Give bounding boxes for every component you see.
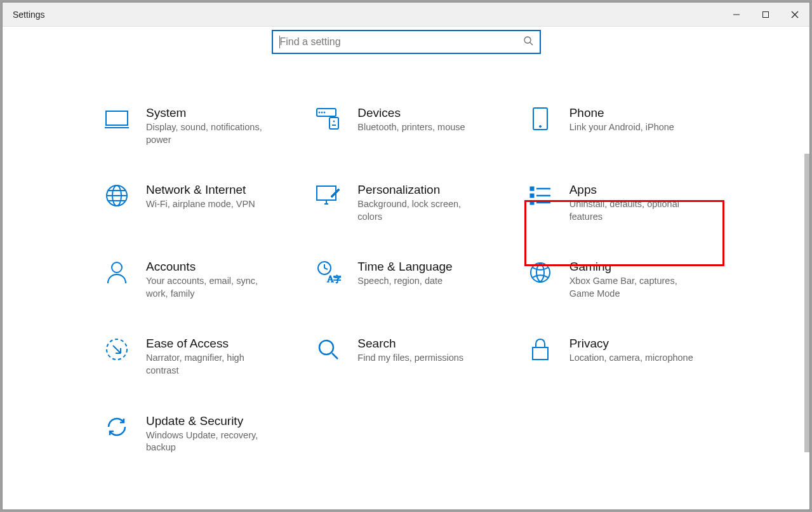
update-security-icon [104, 414, 130, 440]
time-language-icon: A字 [316, 260, 341, 285]
tile-title: Personalization [357, 183, 484, 197]
tile-system[interactable]: System Display, sound, notifications, po… [104, 106, 303, 146]
network-icon [104, 183, 130, 208]
devices-icon [316, 106, 341, 131]
tile-personalization[interactable]: Personalization Background, lock screen,… [316, 183, 514, 223]
tile-title: System [146, 106, 273, 120]
tile-title: Accounts [146, 260, 273, 274]
tile-ease-of-access[interactable]: Ease of Access Narrator, magnifier, high… [104, 337, 303, 377]
svg-text:字: 字 [333, 274, 341, 284]
svg-point-9 [319, 112, 320, 113]
tile-desc: Link your Android, iPhone [569, 121, 674, 134]
tile-gaming[interactable]: Gaming Xbox Game Bar, captures, Game Mod… [528, 260, 726, 300]
tile-time-language[interactable]: A字 Time & Language Speech, region, date [316, 260, 514, 300]
tile-desc: Narrator, magnifier, high contrast [146, 352, 273, 377]
tile-desc: Uninstall, defaults, optional features [569, 198, 696, 223]
ease-of-access-icon [104, 337, 130, 362]
tile-desc: Wi-Fi, airplane mode, VPN [146, 198, 255, 211]
tile-title: Gaming [569, 260, 696, 274]
svg-rect-29 [530, 201, 534, 205]
tile-accounts[interactable]: Accounts Your accounts, email, sync, wor… [104, 260, 303, 300]
tile-desc: Speech, region, date [357, 275, 452, 288]
minimize-button[interactable] [722, 3, 751, 26]
svg-point-37 [531, 263, 550, 282]
tile-title: Privacy [569, 337, 693, 351]
svg-rect-27 [530, 194, 534, 198]
tile-title: Devices [357, 106, 465, 120]
tile-desc: Your accounts, email, sync, work, family [146, 275, 273, 300]
svg-point-4 [524, 37, 531, 43]
content-area: Find a setting System Display, sound, no… [3, 27, 809, 509]
tile-search[interactable]: Search Find my files, permissions [316, 337, 514, 377]
tile-title: Time & Language [357, 260, 452, 274]
vertical-scrollbar[interactable] [804, 154, 809, 452]
search-icon [523, 36, 533, 48]
svg-line-34 [324, 268, 328, 269]
svg-rect-1 [763, 11, 769, 17]
search-input[interactable]: Find a setting [272, 30, 541, 54]
settings-window: Settings Find a setting [2, 2, 810, 510]
tile-desc: Windows Update, recovery, backup [146, 429, 273, 454]
phone-icon [528, 106, 553, 131]
svg-rect-22 [317, 186, 336, 200]
gaming-icon [528, 260, 553, 285]
svg-rect-25 [530, 187, 534, 191]
tile-desc: Find my files, permissions [357, 352, 463, 365]
tile-title: Phone [569, 106, 674, 120]
tile-desc: Bluetooth, printers, mouse [357, 121, 465, 134]
tile-update-security[interactable]: Update & Security Windows Update, recove… [104, 414, 306, 454]
tile-desc: Background, lock screen, colors [357, 198, 484, 223]
tile-network[interactable]: Network & Internet Wi-Fi, airplane mode,… [104, 183, 303, 223]
tile-title: Apps [569, 183, 696, 197]
tile-privacy[interactable]: Privacy Location, camera, microphone [528, 337, 726, 377]
svg-point-13 [333, 121, 335, 122]
privacy-icon [528, 337, 553, 362]
tile-desc: Location, camera, microphone [569, 352, 693, 365]
svg-rect-6 [106, 111, 128, 125]
svg-point-10 [321, 112, 323, 113]
system-icon [104, 106, 130, 131]
tile-title: Update & Security [146, 414, 273, 428]
tile-title: Search [357, 337, 463, 351]
tile-desc: Xbox Game Bar, captures, Game Mode [569, 275, 696, 300]
svg-rect-41 [533, 347, 548, 360]
svg-point-31 [112, 262, 122, 273]
close-button[interactable] [780, 3, 809, 26]
tile-title: Ease of Access [146, 337, 273, 351]
tile-title: Network & Internet [146, 183, 255, 197]
tile-apps[interactable]: Apps Uninstall, defaults, optional featu… [528, 183, 726, 223]
svg-point-39 [319, 340, 333, 354]
apps-icon [528, 183, 553, 208]
search-category-icon [316, 337, 341, 362]
tile-devices[interactable]: Devices Bluetooth, printers, mouse [316, 106, 514, 146]
search-placeholder: Find a setting [280, 36, 523, 48]
tile-phone[interactable]: Phone Link your Android, iPhone [528, 106, 726, 146]
svg-line-40 [332, 353, 338, 359]
svg-point-11 [324, 112, 325, 113]
titlebar: Settings [3, 3, 809, 27]
svg-rect-12 [329, 118, 338, 129]
window-controls [722, 3, 809, 26]
tile-desc: Display, sound, notifications, power [146, 121, 273, 146]
svg-point-16 [539, 126, 541, 128]
maximize-button[interactable] [751, 3, 780, 26]
svg-line-5 [530, 43, 533, 45]
accounts-icon [104, 260, 130, 285]
personalization-icon [316, 183, 341, 208]
settings-grid: System Display, sound, notifications, po… [104, 106, 739, 491]
window-title: Settings [13, 10, 45, 20]
